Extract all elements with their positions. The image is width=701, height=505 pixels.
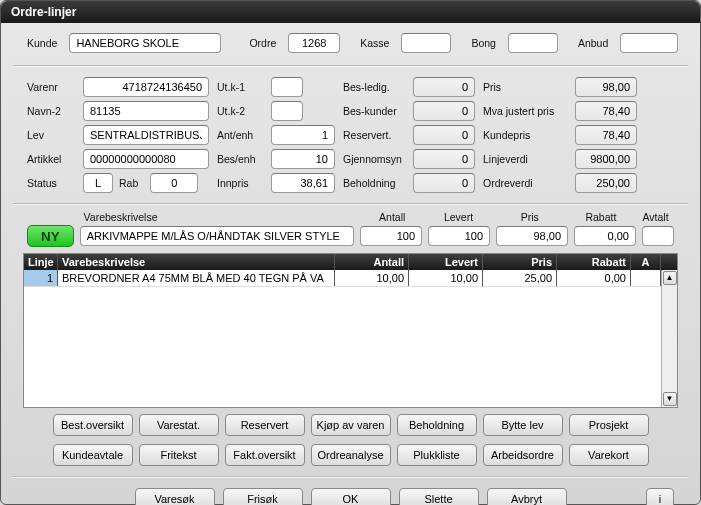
anbud-label: Anbud — [578, 37, 614, 49]
entry-row: NY — [13, 225, 688, 251]
utk1-field[interactable] — [271, 77, 303, 97]
th-levert: Levert — [409, 254, 483, 270]
kundepris-label: Kundepris — [483, 129, 567, 141]
slette-button[interactable]: Slette — [399, 488, 479, 505]
bottom-bar: Varesøk Frisøk OK Slette Avbryt i — [13, 484, 688, 505]
top-row: Kunde Ordre Kasse Bong Anbud — [13, 31, 688, 59]
utk2-label: Ut.k-2 — [217, 105, 263, 117]
ordreverdi-label: Ordreverdi — [483, 177, 567, 189]
ordre-field[interactable] — [288, 33, 340, 53]
pris-label: Pris — [483, 81, 567, 93]
varenr-label: Varenr — [27, 81, 75, 93]
cell-a — [631, 270, 661, 286]
avbryt-button[interactable]: Avbryt — [487, 488, 567, 505]
navn2-field[interactable] — [83, 101, 209, 121]
divider — [13, 476, 688, 478]
reservert-button[interactable]: Reservert — [225, 414, 305, 436]
line-table: Linje Varebeskrivelse Antall Levert Pris… — [23, 253, 678, 408]
besledig-label: Bes-ledig. — [343, 81, 405, 93]
entry-header: Varebeskrivelse Antall Levert Pris Rabat… — [13, 211, 688, 225]
reservert-label: Reservert. — [343, 129, 405, 141]
ok-button[interactable]: OK — [311, 488, 391, 505]
vbesk-header: Varebeskrivelse — [84, 211, 356, 223]
divider — [13, 65, 688, 67]
kunde-label: Kunde — [27, 37, 63, 49]
ordreanalyse-button[interactable]: Ordreanalyse — [311, 444, 391, 466]
fakt-oversikt-button[interactable]: Fakt.oversikt — [225, 444, 305, 466]
utk1-label: Ut.k-1 — [217, 81, 263, 93]
kundeavtale-button[interactable]: Kundeavtale — [53, 444, 133, 466]
arbeidsordre-button[interactable]: Arbeidsordre — [483, 444, 563, 466]
status-rab-wrap: Rab — [83, 173, 209, 193]
plukkliste-button[interactable]: Plukkliste — [397, 444, 477, 466]
beholdning-field — [413, 173, 475, 193]
innpris-field[interactable] — [271, 173, 335, 193]
kundepris-field — [575, 125, 637, 145]
beskunder-label: Bes-kunder — [343, 105, 405, 117]
th-rabatt: Rabatt — [557, 254, 631, 270]
cell-levert: 10,00 — [409, 270, 483, 286]
prosjekt-button[interactable]: Prosjekt — [569, 414, 649, 436]
button-row-1: Best.oversikt Varestat. Reservert Kjøp a… — [13, 410, 688, 440]
lev-label: Lev — [27, 129, 75, 141]
th-antall: Antall — [335, 254, 409, 270]
ordreverdi-field — [575, 173, 637, 193]
avtalt-header: Avtalt — [637, 211, 674, 223]
button-row-2: Kundeavtale Fritekst Fakt.oversikt Ordre… — [13, 440, 688, 470]
ny-button[interactable]: NY — [27, 225, 74, 247]
divider — [13, 203, 688, 205]
navn2-label: Navn-2 — [27, 105, 75, 117]
utk2-field[interactable] — [271, 101, 303, 121]
varesok-button[interactable]: Varesøk — [135, 488, 215, 505]
entry-pris[interactable] — [496, 226, 568, 246]
anbud-field[interactable] — [620, 33, 678, 53]
cell-antall: 10,00 — [335, 270, 409, 286]
cell-vbesk: BREVORDNER A4 75MM BLÅ MED 40 TEGN PÅ VA — [58, 270, 335, 286]
kjop-av-varen-button[interactable]: Kjøp av varen — [311, 414, 391, 436]
bong-label: Bong — [471, 37, 502, 49]
scrollbar[interactable]: ▲ ▼ — [661, 270, 677, 407]
varenr-field[interactable] — [83, 77, 209, 97]
best-oversikt-button[interactable]: Best.oversikt — [53, 414, 133, 436]
fritekst-button[interactable]: Fritekst — [139, 444, 219, 466]
innpris-label: Innpris — [217, 177, 263, 189]
entry-avtalt[interactable] — [642, 226, 674, 246]
bong-field[interactable] — [508, 33, 558, 53]
ordre-label: Ordre — [249, 37, 282, 49]
th-a: A — [631, 254, 661, 270]
rab-field[interactable] — [150, 173, 198, 193]
entry-rabatt[interactable] — [574, 226, 636, 246]
besenh-label: Bes/enh — [217, 153, 263, 165]
info-button[interactable]: i — [646, 488, 674, 505]
artikkel-field[interactable] — [83, 149, 209, 169]
entry-levert[interactable] — [428, 226, 490, 246]
cell-linje: 1 — [24, 270, 58, 286]
content: Kunde Ordre Kasse Bong Anbud Varenr Ut.k… — [1, 23, 700, 505]
bytte-lev-button[interactable]: Bytte lev — [483, 414, 563, 436]
th-pris: Pris — [483, 254, 557, 270]
cell-pris: 25,00 — [483, 270, 557, 286]
beholdning-button[interactable]: Beholdning — [397, 414, 477, 436]
varekort-button[interactable]: Varekort — [569, 444, 649, 466]
scroll-up-icon[interactable]: ▲ — [663, 271, 677, 285]
cell-rabatt: 0,00 — [557, 270, 631, 286]
kunde-field[interactable] — [69, 33, 221, 53]
reservert-field — [413, 125, 475, 145]
entry-vbesk[interactable] — [80, 226, 354, 246]
table-header: Linje Varebeskrivelse Antall Levert Pris… — [24, 254, 677, 270]
scroll-down-icon[interactable]: ▼ — [663, 392, 677, 406]
window: Ordre-linjer Kunde Ordre Kasse Bong Anbu… — [0, 0, 701, 505]
table-body: 1 BREVORDNER A4 75MM BLÅ MED 40 TEGN PÅ … — [24, 270, 677, 407]
lev-field[interactable] — [83, 125, 209, 145]
status-field[interactable] — [83, 173, 113, 193]
frisok-button[interactable]: Frisøk — [223, 488, 303, 505]
kasse-field[interactable] — [401, 33, 451, 53]
varestat-button[interactable]: Varestat. — [139, 414, 219, 436]
table-row[interactable]: 1 BREVORDNER A4 75MM BLÅ MED 40 TEGN PÅ … — [24, 270, 661, 287]
antall-header: Antall — [362, 211, 422, 223]
mva-label: Mva justert pris — [483, 105, 567, 117]
entry-antall[interactable] — [360, 226, 422, 246]
antenh-field[interactable] — [271, 125, 335, 145]
gjennomsyn-field — [413, 149, 475, 169]
besenh-field[interactable] — [271, 149, 335, 169]
